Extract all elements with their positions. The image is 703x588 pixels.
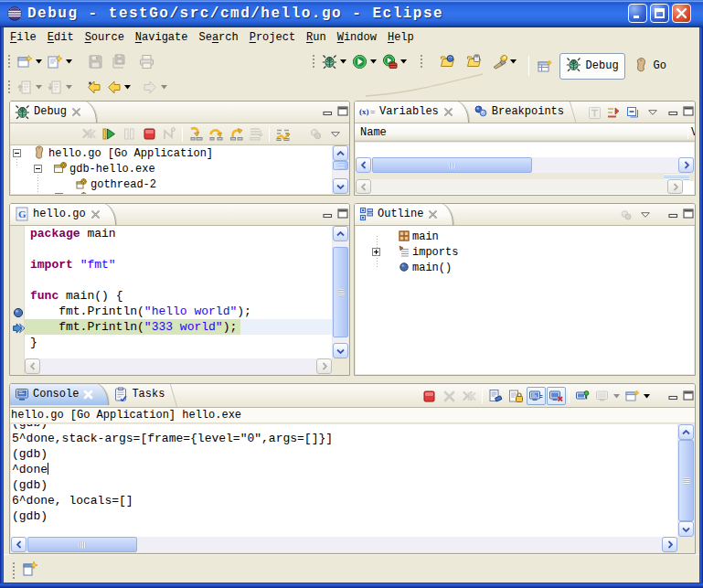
scroll-down-button[interactable]: [333, 343, 348, 358]
toolbar-grip[interactable]: [6, 53, 11, 69]
tree-item-main-[interactable]: main(): [356, 260, 694, 275]
editor-minimize-button[interactable]: [322, 208, 333, 219]
menu-file[interactable]: File: [5, 29, 42, 46]
console-minimize-button[interactable]: [667, 390, 678, 401]
tree-item-gothread-2[interactable]: gothread-2: [11, 176, 332, 192]
variables-view-maximize-button[interactable]: [683, 105, 694, 117]
scrollbar-thumb[interactable]: [372, 157, 532, 173]
detail-pane-horizontal-scrollbar[interactable]: [356, 179, 683, 194]
pin-console-button[interactable]: [573, 387, 592, 405]
menu-help[interactable]: Help: [382, 29, 420, 46]
tab-hello-go-close-icon[interactable]: [91, 209, 101, 219]
scroll-up-button[interactable]: [333, 226, 348, 241]
console-output[interactable]: (gdb) 5^done,stack-args=[frame={level="0…: [11, 424, 677, 537]
console-maximize-button[interactable]: [683, 390, 694, 401]
maximize-button[interactable]: [650, 4, 669, 23]
scrollbar-thumb[interactable]: [678, 440, 694, 521]
tab-outline[interactable]: Outline: [355, 203, 453, 225]
menu-run[interactable]: Run: [301, 29, 332, 46]
scroll-left-button[interactable]: [25, 358, 40, 374]
outline-minimize-button[interactable]: [667, 208, 678, 219]
perspective-debug[interactable]: Debug: [559, 53, 625, 80]
show-logical-structures-button[interactable]: [604, 103, 623, 122]
code-line-6[interactable]: fmt.Println("hello world");: [25, 304, 332, 319]
fast-view-button[interactable]: [22, 560, 38, 582]
code-line-4[interactable]: [25, 273, 332, 288]
title-bar[interactable]: Debug - testGo/src/cmd/hello.go - Eclips…: [0, 0, 703, 27]
code-line-2[interactable]: [25, 241, 332, 257]
debug-view-maximize-button[interactable]: [337, 105, 348, 117]
tab-breakpoints[interactable]: Breakpoints: [469, 101, 579, 123]
menu-navigate[interactable]: Navigate: [130, 29, 194, 46]
view-menu-button[interactable]: [635, 206, 655, 224]
tab-close-icon[interactable]: [83, 390, 93, 400]
toolbar-grip[interactable]: [6, 79, 11, 95]
tree-item-gdb-hello-exe[interactable]: gdb-hello.exe: [11, 161, 332, 176]
debug-button[interactable]: [320, 52, 338, 70]
tab-close-icon[interactable]: [443, 107, 453, 117]
breakpoint-marker[interactable]: [13, 307, 24, 318]
tab-outline-close-icon[interactable]: [428, 209, 438, 219]
scroll-right-button[interactable]: [316, 358, 332, 374]
run-button[interactable]: [350, 52, 368, 70]
minimize-button[interactable]: [628, 4, 647, 23]
scroll-right-button[interactable]: [662, 537, 677, 552]
new-go-element-button[interactable]: [46, 52, 64, 70]
step-over-button[interactable]: [207, 125, 226, 144]
collapse-all-button[interactable]: [623, 103, 643, 122]
scroll-right-button[interactable]: [667, 179, 683, 194]
toolbar-grip[interactable]: [419, 53, 423, 69]
open-console-button[interactable]: [623, 387, 643, 405]
tab-console[interactable]: Console: [10, 383, 109, 405]
view-menu-button[interactable]: [326, 125, 346, 144]
tree-expander-minus[interactable]: [55, 193, 63, 194]
new-wizard-button[interactable]: [16, 52, 34, 70]
run-external-tools-button[interactable]: [380, 52, 399, 70]
perspective-go[interactable]: Go: [628, 53, 672, 80]
code-line-1[interactable]: package main: [25, 226, 332, 241]
open-perspective-button[interactable]: [535, 55, 557, 77]
toolbar-grip[interactable]: [311, 53, 315, 69]
terminate-button[interactable]: [140, 125, 159, 144]
scroll-left-button[interactable]: [11, 537, 27, 552]
resume-button[interactable]: [100, 125, 119, 144]
scroll-up-button[interactable]: [678, 424, 694, 440]
code-line-5[interactable]: func main() {: [25, 288, 332, 304]
code-line-7[interactable]: fmt.Println("333 world");: [25, 319, 332, 335]
new-go-element-dropdown[interactable]: [65, 52, 73, 70]
code-line-3[interactable]: import "fmt": [25, 257, 332, 273]
run-dropdown[interactable]: [369, 52, 378, 70]
scroll-left-button[interactable]: [356, 179, 371, 194]
scroll-left-button[interactable]: [356, 157, 371, 173]
tab-variables[interactable]: (x)=Variables: [355, 101, 469, 123]
clear-console-button[interactable]: [486, 387, 506, 405]
open-go-resource-button[interactable]: [464, 52, 483, 70]
menu-search[interactable]: Search: [193, 29, 243, 46]
scroll-down-button[interactable]: [678, 521, 694, 537]
view-menu-button[interactable]: [643, 103, 662, 122]
menu-window[interactable]: Window: [332, 29, 382, 46]
close-button[interactable]: [672, 4, 691, 23]
debug-tree-vertical-scrollbar[interactable]: [333, 145, 348, 194]
show-stdout-button[interactable]: [527, 387, 546, 405]
debug-view-minimize-button[interactable]: [322, 105, 333, 117]
tree-item-hello-go-go-application-[interactable]: hello.go [Go Application]: [11, 145, 332, 161]
open-go-package-button[interactable]: [438, 52, 456, 70]
variables-column-header[interactable]: Name Value: [355, 123, 695, 142]
editor-maximize-button[interactable]: [337, 208, 348, 219]
variables-horizontal-scrollbar[interactable]: [356, 157, 694, 173]
console-vertical-scrollbar[interactable]: [678, 424, 694, 537]
code-line-8[interactable]: }: [25, 335, 332, 350]
debug-dropdown[interactable]: [339, 52, 347, 70]
tab-debug-close-icon[interactable]: [71, 107, 81, 117]
variables-view-minimize-button[interactable]: [667, 105, 678, 117]
menu-source[interactable]: Source: [80, 29, 130, 46]
use-step-filters-button[interactable]: [273, 125, 293, 144]
back-dropdown[interactable]: [123, 78, 132, 96]
search-dropdown[interactable]: [509, 52, 517, 70]
tree-item-main[interactable]: main: [356, 229, 694, 244]
scroll-right-button[interactable]: [678, 157, 694, 173]
search-button[interactable]: [490, 52, 508, 70]
console-horizontal-scrollbar[interactable]: [11, 537, 677, 552]
step-into-button[interactable]: [186, 125, 206, 144]
